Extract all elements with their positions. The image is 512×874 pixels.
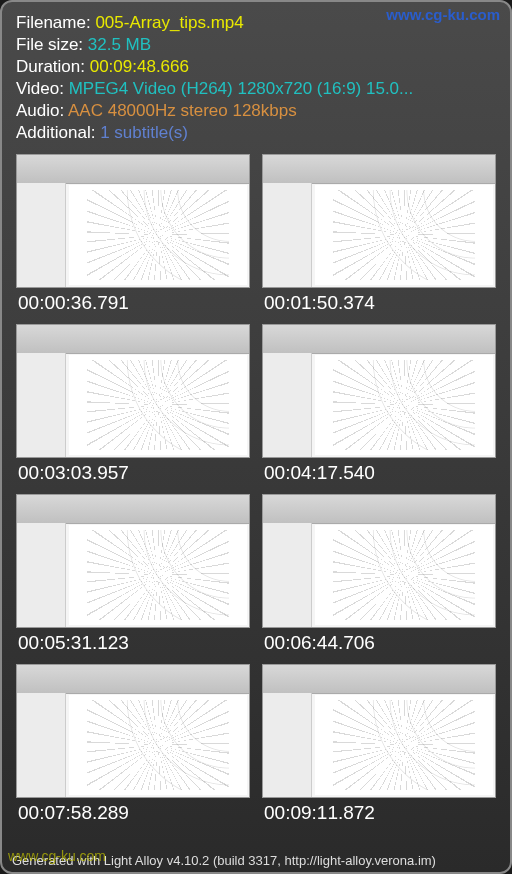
additional-label: Additional:: [16, 123, 100, 142]
thumbnail-image: [16, 324, 250, 458]
thumbnail-grid: 00:00:36.791 00:01:50.374 00:03:03.957 0…: [10, 152, 502, 826]
thumbnail-timestamp: 00:09:11.872: [262, 798, 496, 824]
audio-label: Audio:: [16, 101, 68, 120]
filesize-label: File size:: [16, 35, 88, 54]
video-row: Video: MPEG4 Video (H264) 1280x720 (16:9…: [16, 78, 496, 100]
filesize-value: 32.5 MB: [88, 35, 151, 54]
thumbnail-cell[interactable]: 00:07:58.289: [16, 664, 250, 824]
thumbnail-image: [16, 494, 250, 628]
thumbnail-cell[interactable]: 00:05:31.123: [16, 494, 250, 654]
thumbnail-cell[interactable]: 00:09:11.872: [262, 664, 496, 824]
filename-label: Filename:: [16, 13, 95, 32]
duration-value: 00:09:48.666: [90, 57, 189, 76]
audio-row: Audio: AAC 48000Hz stereo 128kbps: [16, 100, 496, 122]
filename-value: 005-Array_tips.mp4: [95, 13, 243, 32]
thumbnail-timestamp: 00:03:03.957: [16, 458, 250, 484]
additional-value: 1 subtitle(s): [100, 123, 188, 142]
thumbnail-cell[interactable]: 00:03:03.957: [16, 324, 250, 484]
thumbnail-image: [262, 494, 496, 628]
filesize-row: File size: 32.5 MB: [16, 34, 496, 56]
thumbnail-image: [262, 324, 496, 458]
thumbnail-cell[interactable]: 00:00:36.791: [16, 154, 250, 314]
thumbnail-cell[interactable]: 00:04:17.540: [262, 324, 496, 484]
thumbnail-image: [262, 154, 496, 288]
thumbnail-image: [16, 664, 250, 798]
additional-row: Additional: 1 subtitle(s): [16, 122, 496, 144]
thumbnail-cell[interactable]: 00:06:44.706: [262, 494, 496, 654]
audio-value: AAC 48000Hz stereo 128kbps: [68, 101, 297, 120]
watermark-bottom: www.cg-ku.com: [8, 848, 106, 864]
thumbnail-image: [262, 664, 496, 798]
thumbnail-image: [16, 154, 250, 288]
duration-label: Duration:: [16, 57, 90, 76]
contact-sheet: www.cg-ku.com Filename: 005-Array_tips.m…: [0, 0, 512, 874]
watermark-top: www.cg-ku.com: [386, 6, 500, 23]
thumbnail-timestamp: 00:07:58.289: [16, 798, 250, 824]
duration-row: Duration: 00:09:48.666: [16, 56, 496, 78]
thumbnail-timestamp: 00:05:31.123: [16, 628, 250, 654]
video-value: MPEG4 Video (H264) 1280x720 (16:9) 15.0.…: [69, 79, 414, 98]
thumbnail-cell[interactable]: 00:01:50.374: [262, 154, 496, 314]
metadata-block: Filename: 005-Array_tips.mp4 File size: …: [10, 8, 502, 152]
thumbnail-timestamp: 00:04:17.540: [262, 458, 496, 484]
thumbnail-timestamp: 00:00:36.791: [16, 288, 250, 314]
thumbnail-timestamp: 00:01:50.374: [262, 288, 496, 314]
video-label: Video:: [16, 79, 69, 98]
thumbnail-timestamp: 00:06:44.706: [262, 628, 496, 654]
